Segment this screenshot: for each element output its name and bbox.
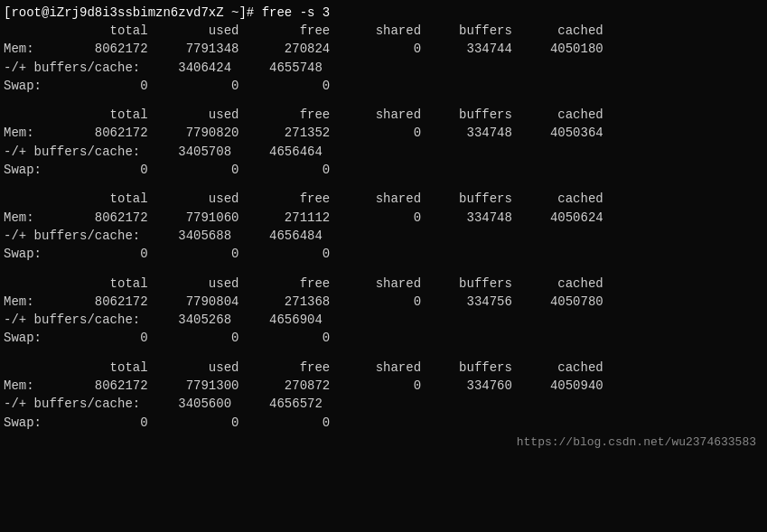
free-block-3: total used free shared buffers cachedMem… [4,190,763,263]
swap-line-3: Swap: 0 0 0 [4,245,763,263]
adj-line-1: -/+ buffers/cache: 3406424 4655748 [4,59,763,77]
header-line-2: total used free shared buffers cached [4,106,763,124]
mem-line-5: Mem: 8062172 7791300 270872 0 334760 405… [4,377,763,395]
mem-line-1: Mem: 8062172 7791348 270824 0 334744 405… [4,40,763,58]
footer-url: https://blog.csdn.net/wu2374633583 [517,435,756,449]
header-line-4: total used free shared buffers cached [4,275,763,293]
terminal: [root@iZrj9d8i3ssbimzn6zvd7xZ ~]# free -… [0,4,767,451]
mem-line-2: Mem: 8062172 7790820 271352 0 334748 405… [4,124,763,142]
adj-line-4: -/+ buffers/cache: 3405268 4656904 [4,311,763,329]
footer: https://blog.csdn.net/wu2374633583 [4,435,763,449]
mem-line-3: Mem: 8062172 7791060 271112 0 334748 405… [4,209,763,227]
swap-line-1: Swap: 0 0 0 [4,77,763,95]
swap-line-5: Swap: 0 0 0 [4,414,763,432]
swap-line-4: Swap: 0 0 0 [4,329,763,347]
mem-line-4: Mem: 8062172 7790804 271368 0 334756 405… [4,293,763,311]
swap-line-2: Swap: 0 0 0 [4,161,763,179]
header-line-3: total used free shared buffers cached [4,190,763,208]
prompt-line: [root@iZrj9d8i3ssbimzn6zvd7xZ ~]# free -… [4,5,763,20]
adj-line-3: -/+ buffers/cache: 3405688 4656484 [4,227,763,245]
free-block-1: total used free shared buffers cachedMem… [4,22,763,95]
free-block-5: total used free shared buffers cachedMem… [4,359,763,432]
header-line-1: total used free shared buffers cached [4,22,763,40]
free-block-2: total used free shared buffers cachedMem… [4,106,763,179]
adj-line-2: -/+ buffers/cache: 3405708 4656464 [4,143,763,161]
free-block-4: total used free shared buffers cachedMem… [4,275,763,348]
adj-line-5: -/+ buffers/cache: 3405600 4656572 [4,395,763,413]
header-line-5: total used free shared buffers cached [4,359,763,377]
